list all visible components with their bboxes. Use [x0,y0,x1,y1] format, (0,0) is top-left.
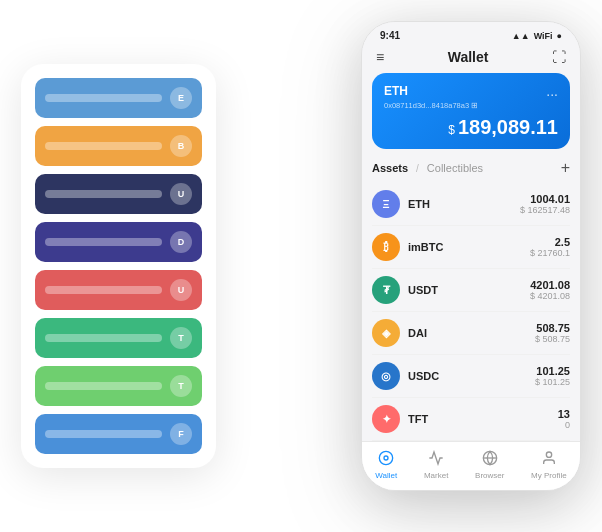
asset-amount-usd: $ 101.25 [535,377,570,387]
assets-header: Assets / Collectibles + [372,159,570,177]
status-bar: 9:41 ▲▲ WiFi ● [362,22,580,45]
asset-amount-main: 4201.08 [530,279,570,291]
asset-amount-usd: $ 508.75 [535,334,570,344]
card-item[interactable]: F [35,414,202,454]
phone-header: ≡ Wallet ⛶ [362,45,580,73]
card-item[interactable]: U [35,174,202,214]
card-icon: U [170,183,192,205]
card-icon: D [170,231,192,253]
status-time: 9:41 [380,30,400,41]
asset-icon: ₿ [372,233,400,261]
card-icon: B [170,135,192,157]
tab-assets[interactable]: Assets [372,162,408,174]
asset-name: DAI [408,327,535,339]
asset-icon: ✦ [372,405,400,433]
card-icon: E [170,87,192,109]
nav-item-browser[interactable]: Browser [475,450,504,480]
asset-name: TFT [408,413,558,425]
bottom-nav: WalletMarketBrowserMy Profile [362,441,580,490]
asset-amounts: 4201.08$ 4201.08 [530,279,570,301]
asset-list: ΞETH1004.01$ 162517.48₿imBTC2.5$ 21760.1… [372,183,570,441]
menu-icon[interactable]: ≡ [376,49,384,65]
asset-amount-main: 101.25 [535,365,570,377]
asset-row[interactable]: ✦TFT130 [372,398,570,441]
asset-amount-usd: 0 [558,420,570,430]
svg-point-0 [380,451,393,464]
asset-name: ETH [408,198,520,210]
add-asset-button[interactable]: + [561,159,570,177]
card-label-line [45,286,162,294]
card-label-line [45,238,162,246]
card-item[interactable]: B [35,126,202,166]
nav-icon-wallet [378,450,394,469]
card-icon: U [170,279,192,301]
phone: 9:41 ▲▲ WiFi ● ≡ Wallet ⛶ ETH ... 0x0871 [361,21,581,491]
eth-card[interactable]: ETH ... 0x08711d3d...8418a78a3 ⊞ $189,08… [372,73,570,149]
nav-icon-my-profile [541,450,557,469]
nav-icon-browser [482,450,498,469]
asset-amount-usd: $ 21760.1 [530,248,570,258]
asset-icon: ◈ [372,319,400,347]
asset-name: imBTC [408,241,530,253]
status-icons: ▲▲ WiFi ● [512,31,562,41]
nav-label: My Profile [531,471,567,480]
asset-name: USDT [408,284,530,296]
asset-amount-main: 2.5 [530,236,570,248]
card-label-line [45,382,162,390]
eth-amount: $189,089.11 [384,116,558,139]
eth-ticker: ETH [384,84,408,98]
card-stack: EBUDUTTF [21,64,216,468]
phone-content: ETH ... 0x08711d3d...8418a78a3 ⊞ $189,08… [362,73,580,441]
asset-amount-main: 1004.01 [520,193,570,205]
asset-amounts: 101.25$ 101.25 [535,365,570,387]
eth-address: 0x08711d3d...8418a78a3 ⊞ [384,101,558,110]
card-icon: T [170,327,192,349]
card-icon: F [170,423,192,445]
asset-amount-main: 508.75 [535,322,570,334]
card-label-line [45,94,162,102]
nav-item-my-profile[interactable]: My Profile [531,450,567,480]
card-item[interactable]: U [35,270,202,310]
card-item[interactable]: T [35,318,202,358]
card-item[interactable]: T [35,366,202,406]
nav-item-market[interactable]: Market [424,450,448,480]
asset-name: USDC [408,370,535,382]
asset-icon: ◎ [372,362,400,390]
tab-collectibles[interactable]: Collectibles [427,162,483,174]
asset-row[interactable]: ◎USDC101.25$ 101.25 [372,355,570,398]
expand-icon[interactable]: ⛶ [552,49,566,65]
asset-amounts: 1004.01$ 162517.48 [520,193,570,215]
card-label-line [45,430,162,438]
nav-icon-market [428,450,444,469]
asset-row[interactable]: ◈DAI508.75$ 508.75 [372,312,570,355]
nav-item-wallet[interactable]: Wallet [375,450,397,480]
card-item[interactable]: E [35,78,202,118]
asset-icon: ₮ [372,276,400,304]
card-item[interactable]: D [35,222,202,262]
asset-amount-usd: $ 162517.48 [520,205,570,215]
card-label-line [45,142,162,150]
asset-amount-usd: $ 4201.08 [530,291,570,301]
wallet-title: Wallet [448,49,489,65]
asset-row[interactable]: ₮USDT4201.08$ 4201.08 [372,269,570,312]
svg-point-1 [384,456,388,460]
eth-card-header: ETH ... [384,83,558,99]
card-label-line [45,334,162,342]
asset-icon: Ξ [372,190,400,218]
card-label-line [45,190,162,198]
nav-label: Wallet [375,471,397,480]
asset-amounts: 2.5$ 21760.1 [530,236,570,258]
card-icon: T [170,375,192,397]
asset-row[interactable]: ₿imBTC2.5$ 21760.1 [372,226,570,269]
eth-dots-menu[interactable]: ... [546,83,558,99]
asset-amount-main: 13 [558,408,570,420]
asset-amounts: 508.75$ 508.75 [535,322,570,344]
svg-point-4 [546,452,551,457]
asset-amounts: 130 [558,408,570,430]
nav-label: Market [424,471,448,480]
nav-label: Browser [475,471,504,480]
asset-row[interactable]: ΞETH1004.01$ 162517.48 [372,183,570,226]
scene: EBUDUTTF 9:41 ▲▲ WiFi ● ≡ Wallet ⛶ ETH .… [21,21,581,511]
assets-tabs: Assets / Collectibles [372,162,483,174]
